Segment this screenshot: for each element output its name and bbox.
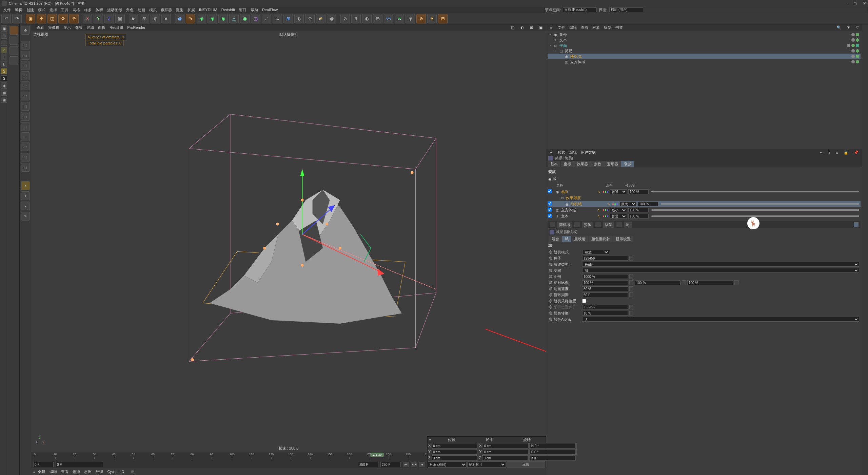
prop-select[interactable]: 无	[582, 317, 859, 322]
workplane-button[interactable]: ◐	[362, 14, 372, 23]
tool-grid[interactable]	[21, 102, 30, 111]
attr-menu-item[interactable]: 模式	[556, 150, 567, 155]
place-tool[interactable]: ⊕	[69, 14, 79, 23]
anim-dot[interactable]	[549, 263, 552, 266]
attr-tab[interactable]: 基本	[548, 161, 560, 167]
generator-button[interactable]: ◉	[197, 14, 206, 23]
vp-tool-icon[interactable]: ◐	[518, 25, 526, 31]
layer-icon[interactable]	[550, 222, 555, 227]
prop-input[interactable]	[582, 274, 628, 279]
tool-grid[interactable]	[21, 112, 30, 121]
menu-item[interactable]: 扩展	[185, 7, 197, 13]
field-list[interactable]: ◉ 临近∿ 普通 ▭ 效果强度 ◉ 随机域∿ 最大 ◫ 立方体域∿ 最小 T 文…	[548, 189, 861, 219]
menu-item[interactable]: 动画	[136, 7, 147, 13]
tool-grid[interactable]	[21, 132, 30, 141]
grid-view-icon[interactable]: ⊞	[131, 470, 134, 474]
prop-select[interactable]: 域	[582, 268, 859, 273]
render-button[interactable]: ▶	[129, 14, 138, 23]
uv-mode[interactable]: ▣	[1, 97, 7, 103]
axis-z-toggle[interactable]: Z	[104, 14, 114, 23]
pos-input[interactable]	[432, 455, 477, 461]
attr-tab[interactable]: 效果器	[574, 161, 591, 167]
menu-item[interactable]: 运动图形	[105, 7, 124, 13]
palette-icon[interactable]	[9, 56, 18, 65]
layer2-icon[interactable]	[616, 222, 622, 227]
visibility-input[interactable]	[628, 208, 649, 212]
light-button[interactable]: ◫	[251, 14, 260, 23]
redo-button[interactable]: ↷	[12, 14, 22, 23]
snap-button[interactable]: ↯	[351, 14, 361, 23]
anim-dot[interactable]	[549, 256, 552, 260]
close-button[interactable]: ✕	[863, 1, 866, 6]
pan-tool[interactable]: ✥	[21, 26, 30, 35]
visibility-dot[interactable]	[856, 33, 859, 36]
vp-tool-icon[interactable]: ▣	[537, 25, 545, 31]
field-button[interactable]: ◉	[218, 14, 228, 23]
tool-grid[interactable]	[21, 81, 30, 90]
solid-icon[interactable]	[574, 222, 580, 227]
size-mode-select[interactable]: 绝对尺寸	[467, 461, 506, 468]
mix-tab[interactable]: 域	[562, 236, 571, 242]
visibility-dot[interactable]	[851, 33, 855, 36]
material-menu-item[interactable]: 创建	[36, 469, 47, 474]
tool-grid[interactable]	[21, 41, 30, 50]
end-range-input[interactable]	[358, 462, 378, 467]
attr-menu-item[interactable]: 用户数据	[579, 150, 598, 155]
attr-tab[interactable]: 衰减	[621, 161, 634, 167]
hamburger-icon[interactable]: ≡	[548, 25, 554, 30]
menu-item[interactable]: 模拟	[147, 7, 159, 13]
anim-dot[interactable]	[549, 311, 552, 315]
rot-input[interactable]	[529, 455, 575, 461]
render-queue-button[interactable]: ★	[161, 14, 171, 23]
expand-icon[interactable]: +	[549, 33, 552, 36]
coord-system-button[interactable]: ▣	[115, 14, 125, 23]
obj-menu-item[interactable]: 查看	[579, 25, 590, 30]
visibility-dot[interactable]	[847, 44, 850, 47]
tree-row[interactable]: ◫ 立方体域	[548, 59, 861, 64]
spline-button[interactable]: ✎	[186, 14, 195, 23]
visibility-dot[interactable]	[851, 55, 855, 58]
visibility-dot[interactable]	[851, 38, 855, 42]
visibility-dot[interactable]	[856, 55, 859, 58]
field-row[interactable]: ▭ 效果强度	[548, 195, 861, 201]
prop-input[interactable]	[582, 286, 628, 291]
visibility-dot[interactable]	[856, 44, 859, 47]
texture-mode[interactable]: ⊞	[1, 33, 7, 39]
viewport-menu-item[interactable]: Redshift	[107, 25, 125, 30]
blend-mode-select[interactable]: 最大	[619, 202, 636, 206]
prop-input[interactable]	[687, 280, 733, 285]
hamburger-icon[interactable]: ≡	[33, 470, 35, 474]
center-button[interactable]: ⊙	[340, 14, 350, 23]
material-menu-item[interactable]: 材质	[82, 469, 94, 474]
start-frame-input[interactable]	[33, 462, 54, 467]
menu-item[interactable]: 样条	[82, 7, 94, 13]
char-button[interactable]: ◉	[327, 14, 336, 23]
prop-input[interactable]	[635, 280, 680, 285]
obj-menu-item[interactable]: 书签	[613, 25, 625, 30]
s-mode[interactable]: S	[1, 68, 7, 74]
palette-icon[interactable]	[9, 36, 18, 45]
field-row[interactable]: ◫ 立方体域∿ 最小	[548, 207, 861, 213]
prop-input[interactable]	[582, 305, 628, 309]
enable-checkbox[interactable]	[548, 214, 552, 218]
poly-mode[interactable]: ▱	[1, 54, 7, 60]
layer-tab[interactable]: 标签	[603, 222, 614, 228]
blend-mode-select[interactable]: 普通	[610, 214, 627, 218]
visibility-dot[interactable]	[856, 49, 859, 53]
point-mode[interactable]: ·	[1, 40, 7, 46]
menu-item[interactable]: 创建	[24, 7, 36, 13]
obj-menu-item[interactable]: 标签	[602, 25, 613, 30]
prop-input[interactable]	[582, 256, 628, 261]
hamburger-icon[interactable]: ≡	[548, 150, 554, 155]
undo-button[interactable]: ↶	[1, 14, 11, 23]
menu-item[interactable]: 编辑	[13, 7, 24, 13]
tool-grid[interactable]	[21, 51, 30, 60]
material-menu-item[interactable]: 选择	[71, 469, 82, 474]
material-menu-item[interactable]: Cycles 4D	[105, 469, 126, 474]
prop-select[interactable]: 噪波	[582, 250, 609, 254]
grid-button[interactable]: ⊞	[373, 14, 382, 23]
layer-tab[interactable]: 随机域	[557, 222, 572, 228]
anim-dot[interactable]	[549, 299, 552, 303]
visibility-input[interactable]	[628, 189, 649, 194]
viewport-menu-item[interactable]: 过滤	[84, 25, 96, 30]
